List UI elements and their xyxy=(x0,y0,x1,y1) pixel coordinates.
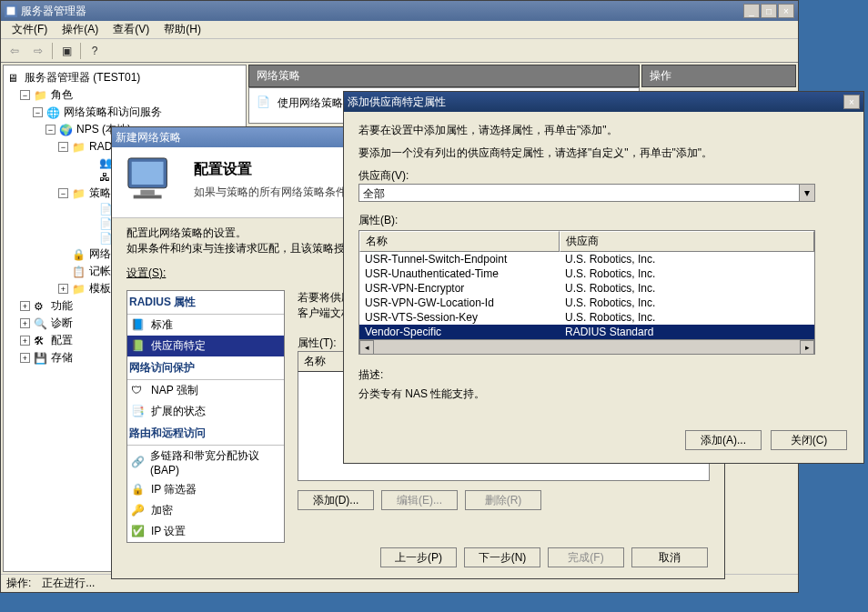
collapse-icon[interactable]: − xyxy=(58,142,68,152)
cat-encryption[interactable]: 🔑加密 xyxy=(127,500,284,521)
cancel-button[interactable]: 取消 xyxy=(631,547,708,567)
dialog-add-button[interactable]: 添加(A)... xyxy=(685,430,762,450)
collapse-icon[interactable]: − xyxy=(45,125,56,135)
folder-icon: 📁 xyxy=(72,141,86,154)
main-titlebar[interactable]: 服务器管理器 _ □ × xyxy=(1,1,798,21)
scroll-right-icon[interactable]: ▸ xyxy=(800,340,814,355)
group-nap: 网络访问保护 xyxy=(127,356,284,380)
list-row[interactable]: USR-VTS-Session-KeyU.S. Robotics, Inc. xyxy=(359,310,814,325)
cat-ext-state[interactable]: 📑扩展的状态 xyxy=(127,401,284,422)
expand-icon[interactable]: + xyxy=(20,318,30,328)
tree-root[interactable]: 🖥服务器管理器 (TEST01) xyxy=(7,69,242,86)
menu-action[interactable]: 操作(A) xyxy=(55,20,106,39)
group-radius: RADIUS 属性 xyxy=(127,291,284,315)
nap-icon: 🛡 xyxy=(131,384,146,398)
expand-icon[interactable]: + xyxy=(20,301,30,311)
desc-label: 描述: xyxy=(358,367,849,383)
dropdown-icon[interactable]: ▾ xyxy=(799,185,814,201)
pane-header-ops: 操作 xyxy=(641,65,796,87)
dialog-line1: 若要在设置中添加属性，请选择属性，再单击"添加"。 xyxy=(358,123,849,138)
col-name[interactable]: 名称 xyxy=(359,231,560,252)
service-icon: 🌐 xyxy=(46,106,61,119)
vendor-combobox[interactable]: 全部 ▾ xyxy=(358,184,815,202)
cat-standard[interactable]: 📘标准 xyxy=(127,315,284,336)
forward-button: ⇨ xyxy=(28,41,48,61)
standard-icon: 📘 xyxy=(131,318,146,333)
tree-roles[interactable]: −📁角色 xyxy=(20,86,242,104)
cell-vendor: U.S. Robotics, Inc. xyxy=(560,252,814,266)
cat-vendor-specific[interactable]: 📗供应商特定 xyxy=(127,336,284,356)
expand-icon[interactable]: + xyxy=(20,353,30,363)
attr-label: 属性(B): xyxy=(358,213,849,228)
collapse-icon[interactable]: − xyxy=(20,90,30,100)
status-progress: 正在进行... xyxy=(42,576,95,591)
settings-categories: RADIUS 属性 📘标准 📗供应商特定 网络访问保护 🛡NAP 强制 📑扩展的… xyxy=(126,290,285,543)
dialog-title: 添加供应商特定属性 xyxy=(348,95,446,110)
cell-vendor: U.S. Robotics, Inc. xyxy=(560,296,814,310)
storage-icon: 💾 xyxy=(34,352,48,365)
vendor-value: 全部 xyxy=(359,185,799,201)
maximize-button[interactable]: □ xyxy=(761,4,777,18)
list-row[interactable]: Vendor-SpecificRADIUS Standard xyxy=(359,325,814,339)
scroll-left-icon[interactable]: ◂ xyxy=(359,340,374,355)
pane-header-netpolicy: 网络策略 xyxy=(248,65,640,87)
cat-ip-filter[interactable]: 🔒IP 筛选器 xyxy=(127,479,284,500)
list-header: 名称 供应商 xyxy=(359,231,814,252)
server-icon: 🖥 xyxy=(7,72,22,85)
role-icon: 📁 xyxy=(34,89,48,102)
netpolicy-icon: 🔒 xyxy=(72,248,86,261)
dialog-close-button[interactable]: × xyxy=(843,95,860,109)
attribute-list[interactable]: 名称 供应商 USR-Tunnel-Switch-EndpointU.S. Ro… xyxy=(358,230,815,355)
check-icon: ✅ xyxy=(131,525,146,539)
wizard-title: 新建网络策略 xyxy=(116,130,181,145)
menu-help[interactable]: 帮助(H) xyxy=(156,20,208,39)
menubar: 文件(F) 操作(A) 查看(V) 帮助(H) xyxy=(1,21,798,39)
prev-button[interactable]: 上一步(P) xyxy=(380,547,457,567)
expand-icon[interactable]: + xyxy=(58,284,68,294)
horizontal-scrollbar[interactable]: ◂ ▸ xyxy=(359,339,814,354)
collapse-icon[interactable]: − xyxy=(33,107,43,117)
tree-nps-service[interactable]: −🌐网络策略和访问服务 xyxy=(33,104,242,121)
list-row[interactable]: USR-Unauthenticated-TimeU.S. Robotics, I… xyxy=(359,266,814,281)
svg-rect-5 xyxy=(134,196,162,199)
folder-icon: 📁 xyxy=(72,187,86,200)
cell-vendor: U.S. Robotics, Inc. xyxy=(560,266,814,281)
main-title: 服务器管理器 xyxy=(21,4,86,19)
list-row[interactable]: USR-VPN-GW-Location-IdU.S. Robotics, Inc… xyxy=(359,296,814,310)
cell-name: USR-VPN-Encryptor xyxy=(359,281,560,296)
add-button[interactable]: 添加(D)... xyxy=(298,490,374,510)
back-button[interactable]: ⇦ xyxy=(5,41,25,61)
app-icon xyxy=(5,5,17,17)
cell-name: USR-Tunnel-Switch-Endpoint xyxy=(359,252,560,266)
minimize-button[interactable]: _ xyxy=(743,4,760,18)
list-row[interactable]: USR-VPN-EncryptorU.S. Robotics, Inc. xyxy=(359,281,814,296)
menu-view[interactable]: 查看(V) xyxy=(106,20,156,39)
diag-icon: 🔍 xyxy=(34,317,48,330)
cat-ip-settings[interactable]: ✅IP 设置 xyxy=(127,521,284,542)
cat-nap-enforce[interactable]: 🛡NAP 强制 xyxy=(127,380,284,401)
remove-button: 删除(R) xyxy=(465,490,541,510)
close-button[interactable]: × xyxy=(778,4,794,18)
col-vendor[interactable]: 供应商 xyxy=(560,231,814,252)
vendor-icon: 📗 xyxy=(131,339,146,354)
svg-rect-4 xyxy=(140,190,154,196)
dialog-line2: 要添加一个没有列出的供应商特定属性，请选择"自定义"，再单击"添加"。 xyxy=(358,145,849,161)
feature-icon: ⚙ xyxy=(34,300,48,313)
cat-bap[interactable]: 🔗多链路和带宽分配协议(BAP) xyxy=(127,446,284,479)
refresh-button[interactable]: ▣ xyxy=(56,41,76,61)
dialog-titlebar[interactable]: 添加供应商特定属性 × xyxy=(344,92,863,112)
cell-vendor: RADIUS Standard xyxy=(560,325,814,339)
bap-icon: 🔗 xyxy=(131,456,145,470)
template-icon: 📁 xyxy=(72,283,86,296)
help-button[interactable]: ? xyxy=(85,41,105,61)
dialog-close-button[interactable]: 关闭(C) xyxy=(771,430,847,450)
globe-icon: 🌍 xyxy=(59,124,74,136)
expand-icon[interactable]: + xyxy=(20,336,30,346)
collapse-icon[interactable]: − xyxy=(58,188,68,198)
toolbar: ⇦ ⇨ ▣ ? xyxy=(1,39,798,63)
next-button[interactable]: 下一步(N) xyxy=(464,547,540,567)
svg-rect-1 xyxy=(7,7,15,15)
list-row[interactable]: USR-Tunnel-Switch-EndpointU.S. Robotics,… xyxy=(359,252,814,266)
menu-file[interactable]: 文件(F) xyxy=(5,20,55,39)
lock-icon: 🔒 xyxy=(131,483,146,497)
